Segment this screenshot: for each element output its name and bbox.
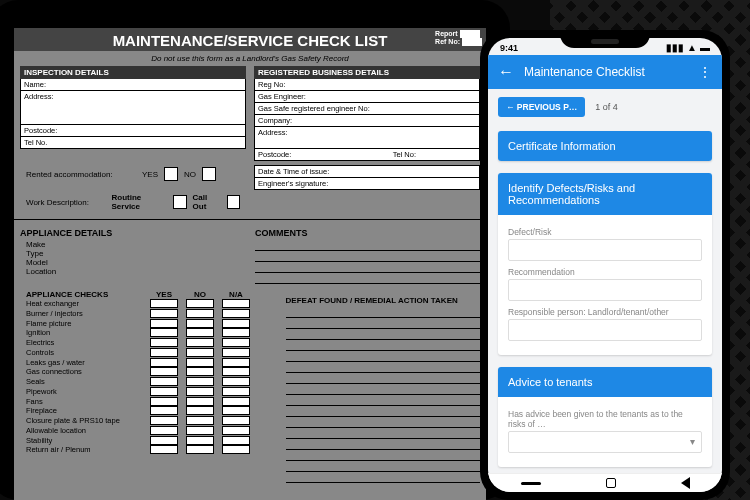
check-label: Heat exchanger <box>26 299 146 309</box>
check-no[interactable] <box>186 309 214 318</box>
reg-field[interactable]: Reg No: <box>254 79 480 91</box>
defects-header: Identify Defects/Risks and Recommendatio… <box>498 173 712 215</box>
check-no[interactable] <box>186 299 214 308</box>
check-na[interactable] <box>222 416 250 425</box>
check-label: Fans <box>26 397 146 407</box>
check-no[interactable] <box>186 426 214 435</box>
check-no[interactable] <box>186 348 214 357</box>
check-label: Fireplace <box>26 406 146 416</box>
chevron-down-icon: ▾ <box>690 436 695 447</box>
postcode-field[interactable]: Postcode: <box>20 125 246 137</box>
signal-icon: ▮▮▮ <box>666 42 684 53</box>
check-na[interactable] <box>222 445 250 454</box>
check-na[interactable] <box>222 436 250 445</box>
inspection-header: INSPECTION DETAILS <box>20 66 246 79</box>
check-no[interactable] <box>186 377 214 386</box>
name-field[interactable]: Name: <box>20 79 246 91</box>
check-no[interactable] <box>186 338 214 347</box>
check-na[interactable] <box>222 406 250 415</box>
phone-screen: 9:41 ▮▮▮ ▲ ▬ ← Maintenance Checklist ⋮ ←… <box>488 38 722 492</box>
home-button[interactable] <box>606 478 616 488</box>
date-field[interactable]: Date & Time of issue: <box>254 165 480 178</box>
check-no[interactable] <box>186 358 214 367</box>
no-checkbox[interactable] <box>202 167 216 181</box>
check-no[interactable] <box>186 445 214 454</box>
check-yes[interactable] <box>150 436 178 445</box>
biz-postcode-field[interactable]: Postcode:Tel No: <box>254 149 480 161</box>
check-no[interactable] <box>186 387 214 396</box>
check-na[interactable] <box>222 328 250 337</box>
check-yes[interactable] <box>150 426 178 435</box>
check-na[interactable] <box>222 309 250 318</box>
android-navbar <box>488 473 722 492</box>
check-yes[interactable] <box>150 367 178 376</box>
check-na[interactable] <box>222 377 250 386</box>
check-yes[interactable] <box>150 338 178 347</box>
engineer-field[interactable]: Gas Engineer: <box>254 91 480 103</box>
check-yes[interactable] <box>150 397 178 406</box>
callout-checkbox[interactable] <box>227 195 240 209</box>
cert-info-header: Certificate Information <box>498 131 712 161</box>
cert-info-card[interactable]: Certificate Information <box>498 131 712 161</box>
check-na[interactable] <box>222 319 250 328</box>
previous-button[interactable]: ← PREVIOUS P… <box>498 97 585 117</box>
check-yes[interactable] <box>150 445 178 454</box>
check-no[interactable] <box>186 328 214 337</box>
check-yes[interactable] <box>150 348 178 357</box>
check-no[interactable] <box>186 319 214 328</box>
check-yes[interactable] <box>150 358 178 367</box>
back-icon[interactable]: ← <box>498 63 514 81</box>
back-button[interactable] <box>681 477 690 489</box>
comments-box[interactable]: COMMENTS <box>255 222 480 284</box>
check-na[interactable] <box>222 367 250 376</box>
check-yes[interactable] <box>150 387 178 396</box>
check-na[interactable] <box>222 397 250 406</box>
business-box: REGISTERED BUSINESS DETAILS Reg No: Gas … <box>254 66 480 161</box>
title-text: MAINTENANCE/SERVICE CHECK LIST <box>113 32 388 49</box>
check-yes[interactable] <box>150 299 178 308</box>
advice-select[interactable]: ▾ <box>508 431 702 453</box>
appliance-header: APPLIANCE DETAILS <box>20 222 245 240</box>
appbar-title: Maintenance Checklist <box>524 65 688 79</box>
recent-apps-button[interactable] <box>521 482 541 485</box>
check-row: Burner / injectors <box>26 309 264 319</box>
status-time: 9:41 <box>500 43 518 53</box>
check-yes[interactable] <box>150 319 178 328</box>
check-na[interactable] <box>222 387 250 396</box>
defect-input[interactable] <box>508 239 702 261</box>
yes-checkbox[interactable] <box>164 167 178 181</box>
company-field[interactable]: Company: <box>254 115 480 127</box>
routine-label: Routine Service <box>112 193 168 211</box>
sig-field[interactable]: Engineer's signature: <box>254 178 480 190</box>
check-no[interactable] <box>186 367 214 376</box>
refno-box[interactable] <box>462 38 482 46</box>
report-box[interactable] <box>460 30 480 38</box>
check-yes[interactable] <box>150 416 178 425</box>
business-header: REGISTERED BUSINESS DETAILS <box>254 66 480 79</box>
check-yes[interactable] <box>150 328 178 337</box>
check-yes[interactable] <box>150 377 178 386</box>
check-na[interactable] <box>222 299 250 308</box>
check-na[interactable] <box>222 426 250 435</box>
more-icon[interactable]: ⋮ <box>698 64 712 80</box>
responsible-input[interactable] <box>508 319 702 341</box>
battery-icon: ▬ <box>700 42 710 53</box>
rented-label: Rented accommodation: <box>26 170 136 179</box>
tel-field[interactable]: Tel No. <box>20 137 246 149</box>
check-na[interactable] <box>222 358 250 367</box>
check-yes[interactable] <box>150 309 178 318</box>
recommendation-input[interactable] <box>508 279 702 301</box>
check-na[interactable] <box>222 338 250 347</box>
check-no[interactable] <box>186 406 214 415</box>
check-yes[interactable] <box>150 406 178 415</box>
remedial-box[interactable]: DEFEAT FOUND / REMEDIAL ACTION TAKEN <box>286 290 480 483</box>
check-no[interactable] <box>186 436 214 445</box>
gassafe-field[interactable]: Gas Safe registered engineer No: <box>254 103 480 115</box>
check-label: Allowable location <box>26 426 146 436</box>
biz-address-field[interactable]: Address: <box>254 127 480 149</box>
check-no[interactable] <box>186 397 214 406</box>
check-na[interactable] <box>222 348 250 357</box>
address-field[interactable]: Address: <box>20 91 246 125</box>
check-no[interactable] <box>186 416 214 425</box>
routine-checkbox[interactable] <box>173 195 186 209</box>
